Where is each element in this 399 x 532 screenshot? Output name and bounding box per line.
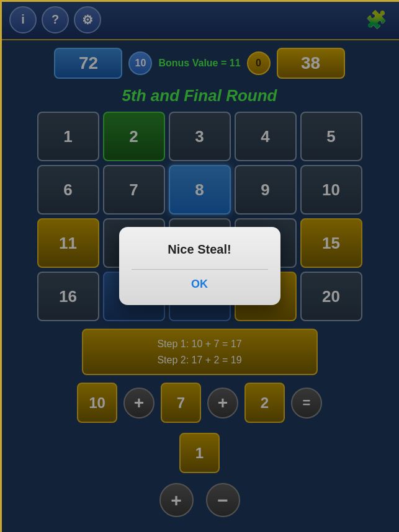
modal-message: Nice Steal! (168, 242, 231, 257)
modal-divider (132, 269, 268, 270)
modal-overlay: Nice Steal! OK (0, 0, 399, 532)
modal-ok-button[interactable]: OK (166, 273, 233, 296)
modal-dialog: Nice Steal! OK (119, 227, 280, 305)
